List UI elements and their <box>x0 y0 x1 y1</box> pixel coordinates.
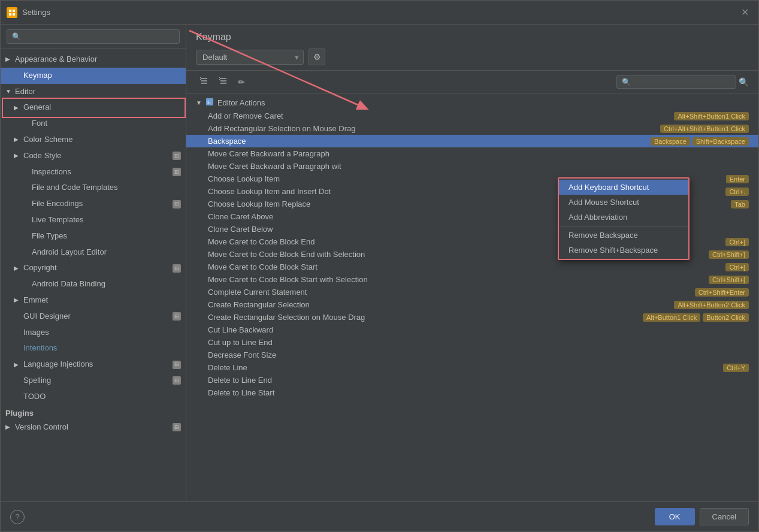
shortcuts-container: Ctrl+] <box>725 238 749 246</box>
shortcuts-container: Ctrl+Shift+Enter <box>695 288 749 297</box>
gear-button[interactable]: ⚙ <box>309 49 325 65</box>
shortcut-badge: Ctrl+Shift+] <box>709 250 749 259</box>
shortcuts-container: Backspace Shift+Backspace <box>651 137 749 146</box>
action-row[interactable]: Decrease Font Size <box>186 349 758 361</box>
shortcuts-container: Alt+Button1 Click Button2 Click <box>643 313 749 322</box>
sidebar-item-appearance[interactable]: ▶ Appearance & Behavior <box>1 52 186 68</box>
sidebar-item-font[interactable]: Font <box>1 116 186 132</box>
arrow-icon: ▶ <box>5 422 14 432</box>
shortcut-badge: Ctrl+] <box>725 238 749 246</box>
arrow-icon: ▼ <box>5 87 14 96</box>
actions-toolbar: ✏ 🔍 <box>186 71 758 93</box>
action-row[interactable]: Cut up to Line End <box>186 336 758 349</box>
sidebar-item-label: File Types <box>32 230 181 243</box>
action-row[interactable]: Complete Current Statement Ctrl+Shift+En… <box>186 286 758 298</box>
settings-badge-icon: ⊟ <box>173 312 181 321</box>
ctx-item-add-abbreviation[interactable]: Add Abbreviation <box>559 210 688 225</box>
sidebar-item-android-data-binding[interactable]: Android Data Binding <box>1 276 186 292</box>
sidebar-item-version-control[interactable]: ▶ Version Control ⊟ <box>1 419 186 436</box>
search-options-icon: 🔍 <box>739 77 749 87</box>
action-name: Move Caret Backward a Paragraph <box>208 149 749 158</box>
sidebar-item-file-code-templates[interactable]: File and Code Templates <box>1 180 186 196</box>
action-row[interactable]: Create Rectangular Selection on Mouse Dr… <box>186 311 758 324</box>
ok-button[interactable]: OK <box>655 508 695 525</box>
sidebar-item-label: Spelling <box>23 374 170 387</box>
sidebar-item-keymap[interactable]: Keymap <box>1 68 186 84</box>
expand-all-button[interactable] <box>196 74 213 89</box>
sidebar-item-label: Live Templates <box>32 214 181 226</box>
sidebar-item-label: Images <box>23 327 181 339</box>
edit-button[interactable]: ✏ <box>234 75 249 89</box>
sidebar-item-label: Inspections <box>32 166 170 179</box>
action-group-editor-actions[interactable]: ▼ E Editor Actions <box>186 96 758 110</box>
action-row[interactable]: Move Caret Backward a Paragraph wit <box>186 160 758 173</box>
sidebar-item-editor[interactable]: ▼ Editor <box>1 84 186 100</box>
close-button[interactable]: ✕ <box>737 5 752 19</box>
sidebar-item-label: Language Injections <box>23 358 170 371</box>
action-row[interactable]: Delete to Line End <box>186 374 758 386</box>
ctx-item-add-mouse-shortcut[interactable]: Add Mouse Shortcut <box>559 195 688 210</box>
action-name: Create Rectangular Selection <box>208 300 674 309</box>
cancel-button[interactable]: Cancel <box>700 508 749 525</box>
sidebar-item-label: Emmet <box>23 294 181 307</box>
shortcuts-container: Ctrl+. <box>725 188 749 196</box>
help-button[interactable]: ? <box>10 510 25 524</box>
sidebar-item-label: Intentions <box>23 342 181 355</box>
action-name: Create Rectangular Selection on Mouse Dr… <box>208 313 643 322</box>
actions-search-input[interactable] <box>616 75 736 89</box>
arrow-icon: ▶ <box>14 264 22 273</box>
sidebar-item-code-style[interactable]: ▶ Code Style ⊟ <box>1 148 186 164</box>
arrow-icon: ▶ <box>5 55 14 64</box>
sidebar-item-live-templates[interactable]: Live Templates <box>1 212 186 228</box>
sidebar-item-todo[interactable]: TODO <box>1 389 186 405</box>
action-name: Move Caret Backward a Paragraph wit <box>208 162 749 171</box>
action-name: Cut up to Line End <box>208 338 749 347</box>
action-group-label: Editor Actions <box>217 98 265 107</box>
sidebar-item-general[interactable]: ▶ General <box>1 99 186 116</box>
sidebar-item-intentions[interactable]: Intentions <box>1 340 186 356</box>
search-right: 🔍 <box>616 75 749 89</box>
action-row[interactable]: Delete Line Ctrl+Y <box>186 361 758 374</box>
ctx-item-remove-shift-backspace[interactable]: Remove Shift+Backspace <box>559 243 688 258</box>
sidebar-search-input[interactable] <box>7 29 180 44</box>
shortcut-badge: Shift+Backspace <box>693 137 749 146</box>
sidebar-item-emmet[interactable]: ▶ Emmet <box>1 292 186 309</box>
sidebar-item-label: Color Scheme <box>23 134 181 146</box>
keymap-dropdown[interactable]: Default Eclipse Emacs NetBeans 6.5 Visua… <box>196 50 304 65</box>
ctx-item-add-keyboard-shortcut[interactable]: Add Keyboard Shortcut <box>559 180 688 195</box>
sidebar-item-file-encodings[interactable]: File Encodings ⊟ <box>1 196 186 212</box>
action-row[interactable]: Move Caret Backward a Paragraph <box>186 147 758 160</box>
sidebar-item-spelling[interactable]: Spelling ⊟ <box>1 373 186 389</box>
action-row[interactable]: Add or Remove Caret Alt+Shift+Button1 Cl… <box>186 110 758 122</box>
settings-badge-icon: ⊟ <box>173 200 181 208</box>
collapse-all-button[interactable] <box>215 74 232 89</box>
shortcuts-container: Ctrl+Y <box>723 364 749 372</box>
group-arrow-icon: ▼ <box>196 99 202 106</box>
sidebar-item-android-layout[interactable]: Android Layout Editor <box>1 244 186 261</box>
ctx-item-remove-backspace[interactable]: Remove Backspace <box>559 228 688 243</box>
settings-badge-icon: ⊟ <box>173 361 181 369</box>
action-row[interactable]: Create Rectangular Selection Alt+Shift+B… <box>186 298 758 311</box>
shortcut-badge: Ctrl+Y <box>723 364 749 372</box>
sidebar-item-language-injections[interactable]: ▶ Language Injections ⊟ <box>1 356 186 373</box>
sidebar-item-images[interactable]: Images <box>1 325 186 341</box>
action-row[interactable]: Delete to Line Start <box>186 386 758 399</box>
sidebar-item-gui-designer[interactable]: GUI Designer ⊟ <box>1 309 186 325</box>
action-name: Decrease Font Size <box>208 350 749 359</box>
sidebar-item-label: TODO <box>23 391 181 403</box>
action-row[interactable]: Add Rectangular Selection on Mouse Drag … <box>186 122 758 135</box>
action-row-backspace[interactable]: Backspace Backspace Shift+Backspace <box>186 135 758 147</box>
sidebar-item-copyright[interactable]: ▶ Copyright ⊟ <box>1 260 186 276</box>
action-name: Add or Remove Caret <box>208 111 674 120</box>
sidebar-item-inspections[interactable]: Inspections ⊟ <box>1 164 186 180</box>
arrow-icon: ▶ <box>14 295 22 305</box>
action-row[interactable]: Move Caret to Code Block Start Ctrl+[ <box>186 261 758 273</box>
action-row[interactable]: Move Caret to Code Block Start with Sele… <box>186 273 758 286</box>
sidebar-item-label: Android Data Binding <box>32 278 181 291</box>
shortcuts-container: Enter <box>726 175 749 183</box>
sidebar-item-label: Android Layout Editor <box>32 246 181 259</box>
action-row[interactable]: Cut Line Backward <box>186 324 758 336</box>
sidebar-item-color-scheme[interactable]: ▶ Color Scheme <box>1 132 186 148</box>
shortcuts-container: Ctrl+Shift+[ <box>709 276 749 284</box>
sidebar-item-file-types[interactable]: File Types <box>1 228 186 244</box>
